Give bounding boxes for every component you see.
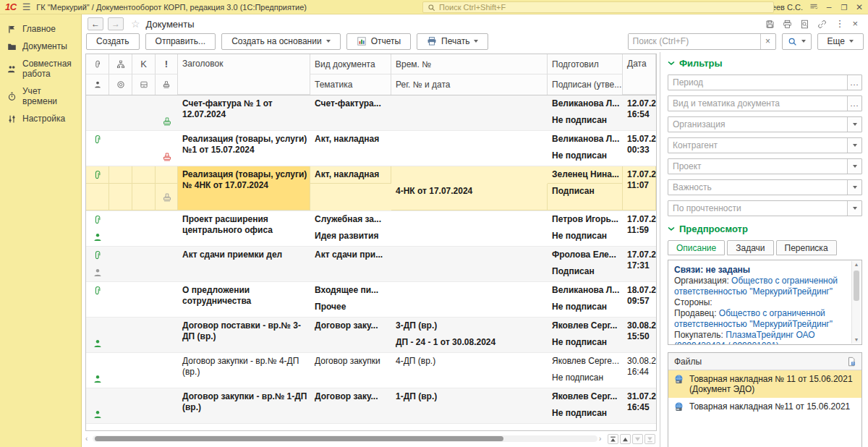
dropdown-button[interactable] [847,159,861,174]
go-next-button[interactable] [632,434,643,444]
grid-cell [86,184,109,210]
back-button[interactable]: ← [88,17,103,30]
link-chain-button[interactable] [817,20,827,29]
document-title-cell: Счет-фактура № 1 от 12.07.2024 [178,95,310,130]
save-button[interactable] [765,20,775,29]
filter-input[interactable] [668,96,847,111]
list-search-input[interactable] [629,34,760,49]
column-header-title[interactable]: Заголовок [178,54,310,95]
table-row[interactable]: Договор закупки - вр.№ 1-ДП (вр.)Договор… [86,388,656,424]
column-header-org-chart[interactable] [109,54,132,74]
prepared-cell: Великанова Л... [548,282,623,299]
sidebar-item-people[interactable]: Совместная работа [0,55,81,82]
close-x-button[interactable]: × [852,19,858,29]
table-row[interactable]: Договор поставки - вр.№ 3-ДП (вр.)Догово… [86,318,656,353]
minimize-button[interactable]: – [825,3,833,12]
table-row[interactable]: Реализация (товары, услуги) № 4НК от 17.… [86,166,656,211]
table-row[interactable]: О предложении сотрудничестваВходящее пи.… [86,282,656,318]
file-item[interactable]: Товарная накладная №11 от 15.06.2021 [668,398,861,416]
clear-search-icon[interactable]: × [760,34,775,49]
column-header-signed[interactable]: Подписан (утве... [548,74,623,95]
send-button[interactable]: Отправить... [145,33,216,50]
global-search-input[interactable]: Поиск Ctrl+Shift+F [422,1,774,13]
column-header-exclamation[interactable]: ! [156,54,178,74]
table-row[interactable]: Реализация (товары, услуги) №1 от 15.07.… [86,131,656,166]
close-button[interactable]: ✕ [855,3,864,12]
files-panel-header: Файлы [668,353,861,370]
tab-описание[interactable]: Описание [668,240,725,255]
preview-tabs: ОписаниеЗадачиПереписка [668,240,862,255]
dropdown-button[interactable] [847,180,861,195]
print-small-button[interactable] [783,20,792,29]
forward-button[interactable]: → [108,17,124,30]
dropdown-button[interactable] [847,138,861,153]
date-value: 17.07.2 [627,214,653,225]
table-row[interactable]: Проект расширения центрального офисаСлуж… [86,211,656,247]
create-based-on-button[interactable]: Создать на основании [221,33,341,50]
column-header-letter-k[interactable]: K [132,54,156,74]
grid-cell [156,166,178,184]
dropdown-button[interactable] [847,201,861,216]
service-menu-button[interactable] [809,2,818,12]
scroll-up-icon[interactable]: ▲ [852,261,861,268]
filter-input[interactable] [668,75,847,90]
scroll-left-icon[interactable]: ‹ [85,435,91,443]
main-menu-icon[interactable]: ☰ [22,1,31,12]
table-row[interactable]: Счет-фактура № 1 от 12.07.2024Счет-факту… [86,95,656,131]
stamp-icon [162,192,172,203]
column-header-paperclip[interactable] [86,54,109,74]
dropdown-button[interactable] [847,117,861,132]
go-first-button[interactable] [608,434,618,444]
scrollbar-thumb[interactable] [95,436,503,441]
table-row[interactable]: Договор закупки - вр.№ 4-ДП (вр.)Договор… [86,353,656,388]
person-icon [93,268,103,278]
filter-input[interactable] [668,159,847,174]
column-header-stamp[interactable] [156,74,178,95]
choose-button[interactable]: ... [847,96,861,111]
sidebar-item-folder[interactable]: Документы [0,38,81,55]
sidebar-item-sliders[interactable]: Настройка [0,110,81,127]
scrollbar-track[interactable] [93,435,597,442]
choose-button[interactable]: ... [847,75,861,90]
sidebar-item-flag[interactable]: Главное [0,20,81,38]
favorite-star-icon[interactable]: ☆ [131,18,140,30]
more-button[interactable]: Еще [817,33,864,50]
column-header-person[interactable] [86,74,109,95]
filter-input[interactable] [668,138,847,153]
dots-vert-button[interactable]: ⋮ [835,19,844,29]
column-header-card-file[interactable] [132,74,156,95]
file-item[interactable]: Товарная накладная № 11 от 15.06.2021 (Д… [668,370,861,398]
search-options-button[interactable] [782,33,812,50]
date-cell: 17.07.211:59 [623,211,656,246]
prepared-cell: Фролова Еле... [548,247,623,264]
column-header-temp_no[interactable]: Врем. № [391,54,548,74]
column-header-seal[interactable] [109,74,132,95]
scroll-down-icon[interactable]: ▼ [852,336,861,344]
print-button[interactable]: Печать [417,33,488,50]
go-prev-button[interactable] [620,434,631,444]
file-preview-toggle-button[interactable] [843,354,859,369]
scrollbar-thumb[interactable] [854,271,859,301]
filter-input[interactable] [668,180,847,195]
go-last-button[interactable] [644,434,655,444]
table-row[interactable]: Акт сдачи приемки делАкт сдачи при...Фро… [86,247,656,282]
doc-preview-button[interactable] [800,20,809,29]
column-header-reg_no[interactable]: Рег. № и дата [391,74,548,95]
scroll-right-icon[interactable]: › [599,435,605,443]
reports-button[interactable]: Отчеты [346,33,411,50]
maximize-button[interactable]: ❐ [840,3,848,12]
filters-section-header[interactable]: Фильтры [668,58,862,69]
column-header-theme[interactable]: Тематика [310,74,391,95]
sidebar-item-label: Учет времени [22,86,75,106]
filter-input[interactable] [668,201,847,216]
filter-input[interactable] [668,117,847,132]
sidebar-item-stopwatch[interactable]: Учет времени [0,82,81,110]
preview-section-header[interactable]: Предпросмотр [668,224,862,234]
tab-задачи[interactable]: Задачи [727,240,773,255]
column-header-prepared[interactable]: Подготовил [548,54,623,74]
column-header-doc_type[interactable]: Вид документа [310,54,391,74]
temp_no-cell: 3-ДП (вр.) [391,318,548,335]
tab-переписка[interactable]: Переписка [776,240,837,255]
create-button[interactable]: Создать [86,33,140,50]
column-header-date[interactable]: Дата [623,54,656,95]
